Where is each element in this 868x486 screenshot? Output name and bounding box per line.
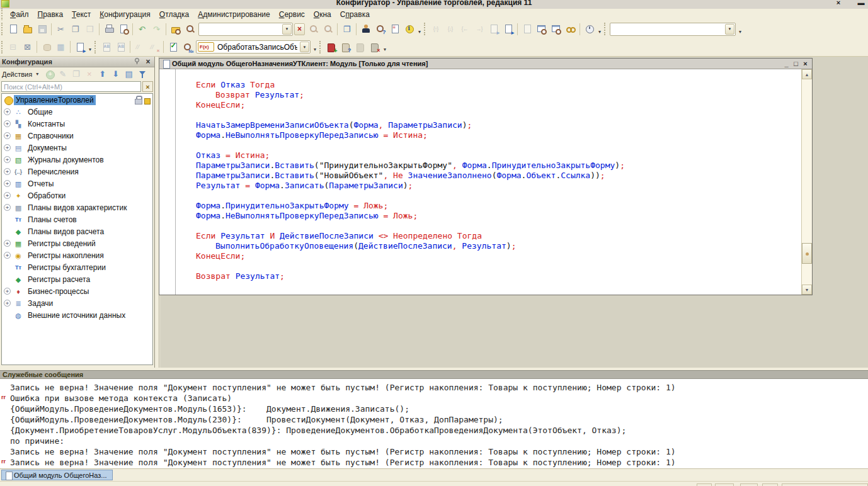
combo-dropdown-icon[interactable]: ▼ [300, 42, 309, 52]
syntax-assistant-button[interactable] [358, 22, 373, 36]
combo-dropdown-icon[interactable]: ▼ [725, 24, 734, 35]
global-search-button[interactable] [534, 22, 549, 36]
copy-button[interactable]: ❐ [68, 22, 83, 36]
open-module-button[interactable] [501, 22, 515, 36]
bookmark-margin[interactable] [159, 69, 176, 295]
expand-icon[interactable]: + [4, 144, 11, 151]
expand-icon[interactable]: + [4, 108, 11, 115]
next-bookmark-button[interactable] [353, 40, 367, 54]
database-config-button[interactable] [39, 40, 54, 54]
save-document-button[interactable] [35, 22, 49, 36]
find-references-button[interactable] [563, 22, 578, 36]
expand-icon[interactable]: + [4, 156, 11, 163]
compare-merge-button[interactable] [72, 40, 87, 54]
message-line[interactable]: Запись не верна! Значение поля "Документ… [0, 382, 868, 393]
add-button[interactable] [43, 69, 55, 80]
expand-icon[interactable]: + [4, 180, 11, 187]
configuration-tree[interactable]: УправлениеТорговлей+∴Общие+▚Константы+▦С… [1, 93, 153, 365]
procedures-functions-input[interactable] [215, 43, 299, 52]
menu-item-Текст[interactable]: Текст [67, 9, 95, 20]
tree-item[interactable]: +▚Константы [2, 118, 152, 130]
open-document-button[interactable] [20, 22, 35, 36]
call-stack-button[interactable] [520, 22, 534, 36]
window-close-button[interactable]: × [834, 0, 843, 6]
tree-item[interactable]: +∴Общие [2, 106, 152, 118]
combo-dropdown-icon[interactable]: ▼ [282, 24, 292, 35]
find-button[interactable] [183, 22, 197, 36]
performance-measure-button[interactable] [582, 22, 597, 36]
expand-icon[interactable]: + [4, 288, 11, 295]
table-view-button[interactable]: ▦ [54, 40, 68, 54]
message-line[interactable]: Запись не верна! Значение поля "Документ… [0, 446, 868, 457]
tree-item[interactable]: ◆Планы видов расчета [2, 225, 152, 237]
tree-item[interactable]: ТтРегистры бухгалтерии [2, 261, 152, 273]
menu-item-Окна[interactable]: Окна [309, 9, 336, 20]
message-line[interactable]: rrОшибка при вызове метода контекста (За… [0, 393, 868, 404]
dropdown-caret[interactable]: ▾ [382, 47, 388, 52]
panel-close-button[interactable]: × [144, 57, 152, 66]
format-autoindent-button[interactable] [99, 40, 113, 54]
scroll-down-button[interactable]: ▼ [802, 285, 812, 295]
dropdown-caret[interactable]: ▾ [312, 47, 318, 52]
expand-icon[interactable]: + [4, 204, 11, 211]
tree-item[interactable]: ◆Регистры расчета [2, 273, 152, 285]
new-document-button[interactable] [6, 22, 20, 36]
procedure-end-button[interactable]: →} [472, 22, 486, 36]
scroll-up-button[interactable]: ▲ [802, 69, 812, 79]
templates-button[interactable] [387, 22, 402, 36]
menu-item-Администрирование[interactable]: Администрирование [193, 9, 274, 20]
tree-item[interactable]: ◍Внешние источники данных [2, 309, 152, 321]
filter-button[interactable] [136, 69, 148, 80]
print-button[interactable] [101, 22, 116, 36]
menu-item-Файл[interactable]: Файл [6, 9, 33, 20]
copy-window-button[interactable]: ❐ [340, 22, 354, 36]
go-to-line-button[interactable] [180, 40, 195, 54]
find-in-files-button[interactable] [168, 22, 183, 36]
actions-menu-button[interactable]: Действия ▾ [2, 71, 42, 78]
remove-comment-button[interactable] [147, 40, 161, 54]
search-input[interactable] [1, 81, 141, 92]
dropdown-caret[interactable]: ▾ [416, 29, 423, 35]
expand-icon[interactable]: + [4, 120, 11, 127]
global-replace-button[interactable] [549, 22, 563, 36]
window-tab[interactable]: Общий модуль ОбщегоНаз... [1, 470, 113, 480]
move-down-button[interactable]: ⬇ [110, 69, 122, 80]
expand-icon[interactable]: + [4, 168, 11, 175]
add-comment-button[interactable] [132, 40, 147, 54]
expand-icon[interactable]: + [4, 252, 11, 259]
previous-procedure-button[interactable]: {↑} [428, 22, 443, 36]
check-module-button[interactable] [166, 40, 180, 54]
copy-item-button[interactable]: ❐ [70, 69, 82, 80]
pin-icon[interactable] [132, 57, 142, 67]
message-line[interactable]: rrЗапись не верна! Значение поля "Докуме… [0, 457, 868, 468]
toggle-bookmark-button[interactable] [324, 40, 338, 54]
search-text-input[interactable] [199, 25, 282, 33]
tree-item[interactable]: +▤Документы [2, 142, 152, 154]
tree-item[interactable]: +▩Планы видов характеристик [2, 201, 152, 213]
tree-item[interactable]: +▦Справочники [2, 130, 152, 142]
message-line[interactable]: {ОбщийМодуль.ПроведениеДокументов.Модуль… [0, 404, 868, 414]
menu-item-Сервис[interactable]: Сервис [275, 9, 309, 20]
find-next-button[interactable] [306, 22, 321, 36]
tree-item[interactable]: УправлениеТорговлей [2, 94, 152, 106]
go-to-definition-button[interactable] [486, 22, 501, 36]
dropdown-caret[interactable]: ▾ [737, 29, 743, 35]
clear-search-text-button[interactable]: × [294, 23, 305, 35]
clear-bookmarks-button[interactable] [367, 40, 382, 54]
redo-button[interactable]: ↷ [149, 22, 164, 36]
tree-item[interactable]: +▥Отчеты [2, 178, 152, 189]
close-all-windows-button[interactable]: ⊠ [20, 40, 35, 54]
message-line[interactable]: по причине: [0, 436, 868, 446]
find-previous-button[interactable] [321, 22, 335, 36]
expand-icon[interactable]: + [4, 240, 11, 247]
module-structure-button[interactable]: ⊟ [6, 40, 20, 54]
tree-item[interactable]: +≣Задачи [2, 297, 152, 309]
tree-item[interactable]: +{..}Перечисления [2, 166, 152, 178]
edit-button[interactable]: ✎ [57, 69, 69, 80]
window-minimize-button[interactable]: ▬ [857, 0, 865, 6]
move-up-button[interactable]: ⬆ [96, 69, 108, 80]
message-line[interactable]: {ОбщийМодуль.ПроведениеДокументов.Модуль… [0, 414, 868, 425]
search-in-syntax-help-button[interactable] [373, 22, 387, 36]
sort-list-button[interactable]: ▤ [123, 69, 135, 80]
paste-button[interactable]: ❒ [83, 22, 97, 36]
